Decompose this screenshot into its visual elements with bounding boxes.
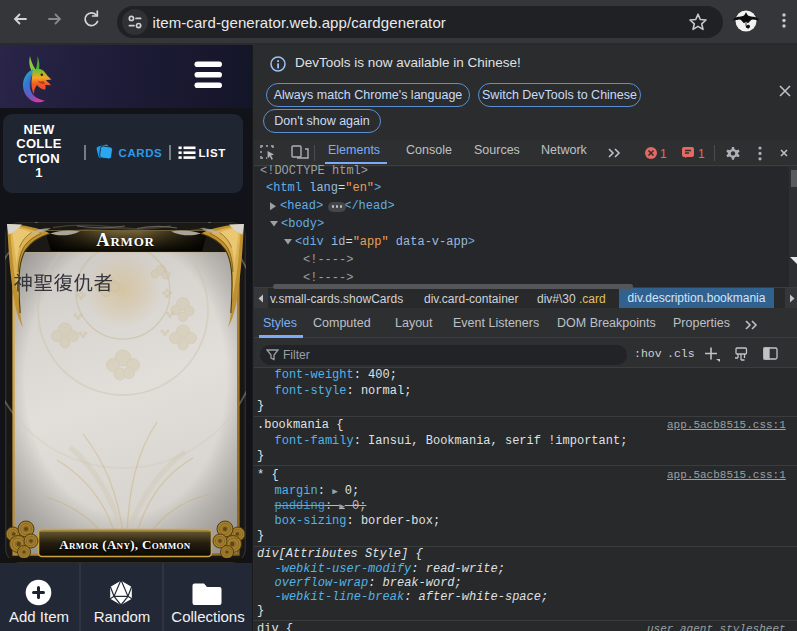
svg-text:1: 1 [698,147,705,161]
svg-text:1: 1 [660,147,667,161]
